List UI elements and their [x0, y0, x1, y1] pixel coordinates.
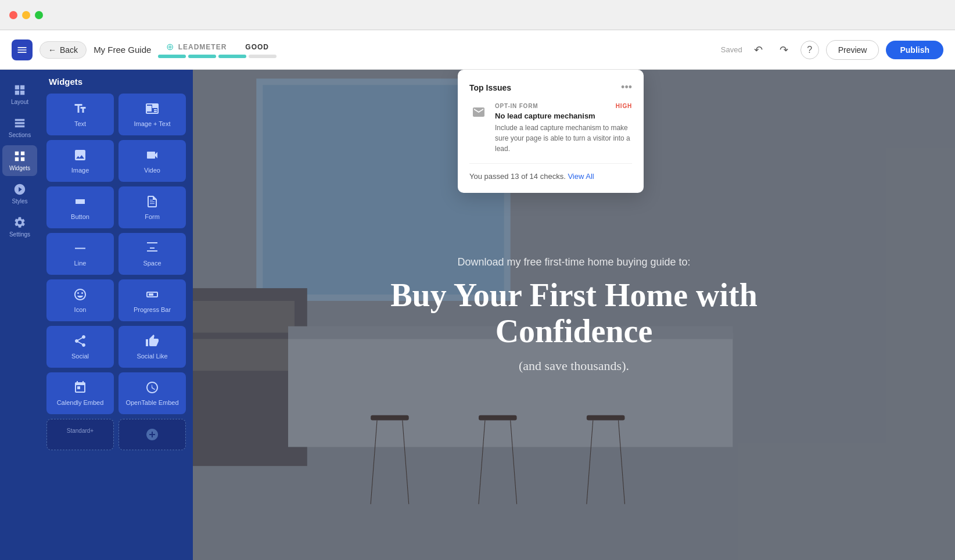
titlebar — [0, 0, 955, 30]
widget-progress-bar[interactable]: Progress Bar — [119, 279, 186, 321]
icon-widget-icon — [73, 288, 87, 301]
widget-opentable-label: OpenTable Embed — [125, 399, 178, 406]
widget-social-like-label: Social Like — [137, 353, 167, 360]
sidebar-item-styles[interactable]: Styles — [2, 178, 37, 209]
widget-social[interactable]: Social — [46, 326, 114, 368]
leadmeter-bar-1 — [158, 55, 186, 58]
popup-header: Top Issues ••• — [469, 81, 632, 94]
social-widget-icon — [73, 334, 87, 348]
issue-type: OPT-IN FORM — [495, 103, 538, 109]
standard-plus-icon-2 — [145, 428, 159, 441]
back-button[interactable]: ← Back — [40, 41, 87, 59]
help-button[interactable]: ? — [800, 41, 819, 59]
sidebar-label-sections: Sections — [9, 132, 31, 138]
widget-line-label: Line — [74, 260, 87, 267]
leadmeter-popup: Top Issues ••• OPT-IN FORM HIGH No lead … — [458, 70, 644, 193]
undo-button[interactable]: ↶ — [749, 41, 768, 59]
widget-calendly[interactable]: Calendly Embed — [46, 372, 114, 414]
widget-standard-plus-1[interactable]: Standard+ — [46, 419, 114, 450]
issue-row: OPT-IN FORM HIGH No lead capture mechani… — [469, 103, 632, 154]
widget-button-label: Button — [71, 213, 89, 220]
leadmeter-top: ⊕ LEADMETER GOOD — [166, 41, 269, 52]
widget-space[interactable]: Space — [119, 233, 186, 275]
standard-plus-label-1: Standard+ — [67, 428, 94, 434]
issue-severity: HIGH — [616, 103, 632, 109]
back-arrow-icon: ← — [48, 45, 56, 55]
issue-top: OPT-IN FORM HIGH — [495, 103, 632, 109]
traffic-light-yellow[interactable] — [22, 11, 30, 19]
widget-icon-label: Icon — [74, 306, 87, 313]
traffic-light-red[interactable] — [9, 11, 17, 19]
back-label: Back — [60, 45, 78, 55]
widget-line[interactable]: Line — [46, 233, 114, 275]
sidebar-item-sections[interactable]: Sections — [2, 112, 37, 143]
widget-button[interactable]: Button — [46, 186, 114, 228]
sidebar-label-widgets: Widgets — [9, 165, 30, 171]
leadmeter-bar-2 — [188, 55, 216, 58]
canvas-subtitle: Download my free first-time home buying … — [457, 256, 690, 268]
popup-title: Top Issues — [469, 83, 511, 92]
popup-footer: You passed 13 of 14 checks. View All — [469, 163, 632, 181]
svg-rect-1 — [75, 248, 85, 249]
image-text-widget-icon — [145, 102, 159, 116]
sidebar-label-settings: Settings — [9, 231, 30, 238]
publish-button[interactable]: Publish — [886, 41, 943, 59]
progress-bar-widget-icon — [145, 288, 159, 301]
issue-content: OPT-IN FORM HIGH No lead capture mechani… — [495, 103, 632, 154]
leadmeter-bar-3 — [218, 55, 246, 58]
sidebar-item-settings[interactable]: Settings — [2, 211, 37, 242]
widget-image[interactable]: Image — [46, 140, 114, 182]
sidebar-item-layout[interactable]: Layout — [2, 79, 37, 110]
widget-panel-title: Widgets — [46, 77, 186, 87]
calendly-widget-icon — [73, 380, 87, 394]
canvas-tagline: (and save thousands). — [519, 358, 629, 374]
leadmeter-status: GOOD — [245, 43, 269, 51]
widget-image-label: Image — [71, 167, 89, 174]
view-all-link[interactable]: View All — [568, 172, 594, 181]
widget-image-text-label: Image + Text — [134, 120, 170, 127]
redo-button[interactable]: ↷ — [775, 41, 794, 59]
settings-icon — [13, 216, 26, 229]
issue-description: Include a lead capture mechanism to make… — [495, 123, 632, 154]
widget-form-label: Form — [145, 213, 160, 220]
toolbar-right: Saved ↶ ↷ ? Preview Publish — [721, 40, 943, 60]
leadmeter-bar-4 — [249, 55, 277, 58]
widget-panel: Widgets Text Image + Text — [40, 70, 193, 560]
page-title: My Free Guide — [94, 45, 151, 55]
canvas-title: Buy Your First Home with Confidence — [313, 278, 835, 349]
form-widget-icon — [145, 195, 159, 209]
leadmeter-icon: ⊕ — [166, 41, 174, 52]
sidebar-item-widgets[interactable]: Widgets — [2, 145, 37, 176]
layout-icon — [13, 84, 26, 96]
video-widget-icon — [145, 148, 159, 162]
opentable-widget-icon — [145, 380, 159, 394]
logo-icon[interactable] — [12, 40, 33, 60]
widget-image-text[interactable]: Image + Text — [119, 94, 186, 135]
sections-icon — [13, 117, 26, 130]
preview-button[interactable]: Preview — [826, 40, 879, 60]
widget-standard-plus-2[interactable] — [119, 419, 186, 450]
image-widget-icon — [73, 148, 87, 162]
leadmeter[interactable]: ⊕ LEADMETER GOOD — [158, 41, 277, 58]
widget-video[interactable]: Video — [119, 140, 186, 182]
toolbar-left: ← Back My Free Guide ⊕ LEADMETER GOOD — [12, 40, 712, 60]
styles-icon — [13, 183, 26, 196]
widget-social-like[interactable]: Social Like — [119, 326, 186, 368]
traffic-light-green[interactable] — [35, 11, 43, 19]
sidebar: Layout Sections Widgets Styles — [0, 70, 40, 560]
leadmeter-label: LEADMETER — [178, 43, 227, 51]
space-widget-icon — [145, 241, 159, 255]
widget-text[interactable]: Text — [46, 94, 114, 135]
widget-space-label: Space — [143, 260, 161, 267]
widget-icon[interactable]: Icon — [46, 279, 114, 321]
popup-menu-button[interactable]: ••• — [621, 81, 632, 94]
line-widget-icon — [73, 241, 87, 255]
canvas[interactable]: Download my free first-time home buying … — [193, 70, 955, 560]
widget-progress-bar-label: Progress Bar — [134, 306, 171, 313]
widget-social-label: Social — [71, 353, 89, 360]
saved-label: Saved — [721, 45, 742, 54]
widget-form[interactable]: Form — [119, 186, 186, 228]
widget-opentable[interactable]: OpenTable Embed — [119, 372, 186, 414]
sidebar-label-styles: Styles — [12, 198, 27, 204]
issue-mail-icon — [469, 103, 488, 121]
